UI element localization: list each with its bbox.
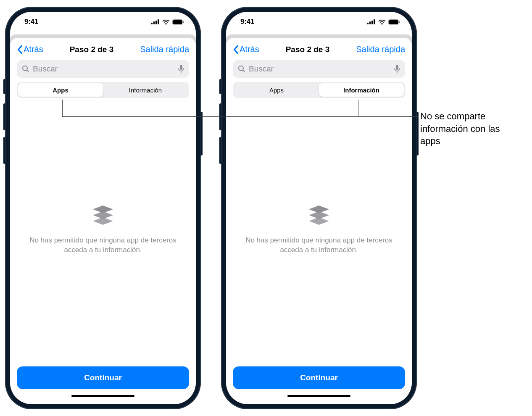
status-bar: 9:41 [10, 12, 196, 32]
continue-button[interactable]: Continuar [17, 366, 189, 389]
nav-title: Paso 2 de 3 [70, 45, 114, 54]
svg-rect-9 [180, 65, 182, 70]
footer: Continuar [226, 361, 412, 393]
svg-rect-0 [151, 23, 153, 24]
search-icon [22, 65, 29, 73]
chevron-left-icon [233, 45, 239, 54]
status-time: 9:41 [24, 18, 38, 26]
continue-button[interactable]: Continuar [233, 366, 405, 389]
back-label: Atrás [24, 45, 43, 54]
callout-line [62, 116, 419, 117]
side-button [416, 112, 419, 155]
cellular-icon [151, 19, 160, 24]
svg-rect-17 [399, 21, 400, 23]
nav-title: Paso 2 de 3 [286, 45, 330, 54]
cellular-icon [367, 19, 376, 24]
phone-frame: 9:41 Atrás Paso 2 de 3 Salida rápida [5, 7, 201, 409]
status-time: 9:41 [240, 18, 254, 26]
empty-state: No has permitido que ninguna app de terc… [226, 98, 412, 361]
back-button[interactable]: Atrás [233, 45, 259, 54]
svg-rect-5 [173, 20, 182, 24]
svg-rect-16 [389, 20, 398, 24]
tab-info[interactable]: Información [103, 83, 188, 97]
search-placeholder: Buscar [249, 64, 391, 74]
home-indicator-area [226, 393, 412, 404]
volume-down-button [3, 137, 5, 164]
svg-rect-11 [367, 23, 369, 24]
svg-rect-13 [371, 21, 373, 24]
sheet: Atrás Paso 2 de 3 Salida rápida Buscar A… [226, 38, 412, 404]
home-indicator-area [10, 393, 196, 404]
wifi-icon [162, 19, 170, 25]
search-field[interactable]: Buscar [17, 60, 189, 78]
svg-line-19 [243, 70, 245, 72]
empty-message: No has permitido que ninguna app de terc… [239, 236, 399, 255]
quick-exit-button[interactable]: Salida rápida [356, 45, 405, 54]
empty-state: No has permitido que ninguna app de terc… [10, 98, 196, 361]
svg-rect-14 [374, 19, 375, 24]
phone-frame: 9:41 Atrás Paso 2 de 3 Salida rápida [221, 7, 417, 409]
side-button [200, 112, 203, 155]
volume-mute-switch [3, 79, 5, 94]
navigation-bar: Atrás Paso 2 de 3 Salida rápida [226, 38, 412, 58]
search-placeholder: Buscar [33, 64, 175, 74]
back-label: Atrás [240, 45, 259, 54]
tab-apps[interactable]: Apps [18, 83, 103, 97]
volume-mute-switch [219, 79, 221, 94]
volume-down-button [219, 137, 221, 164]
callout-line [62, 100, 63, 116]
footer: Continuar [10, 361, 196, 393]
callout-text: No se comparte información con las apps [420, 110, 521, 147]
callout-line [358, 100, 358, 116]
sheet: Atrás Paso 2 de 3 Salida rápida Buscar A… [10, 38, 196, 404]
svg-rect-6 [183, 21, 184, 23]
chevron-left-icon [17, 45, 23, 54]
svg-rect-3 [158, 19, 159, 24]
battery-icon [172, 19, 184, 25]
tab-info[interactable]: Información [319, 83, 404, 97]
status-icons [367, 19, 400, 25]
quick-exit-button[interactable]: Salida rápida [140, 45, 189, 54]
search-icon [238, 65, 245, 73]
home-indicator[interactable] [71, 395, 134, 397]
volume-up-button [219, 103, 221, 130]
svg-line-8 [27, 70, 29, 72]
svg-rect-12 [369, 21, 371, 24]
stack-icon [307, 204, 331, 229]
tab-apps[interactable]: Apps [234, 83, 319, 97]
navigation-bar: Atrás Paso 2 de 3 Salida rápida [10, 38, 196, 58]
empty-message: No has permitido que ninguna app de terc… [23, 236, 183, 255]
search-field[interactable]: Buscar [233, 60, 405, 78]
mic-icon[interactable] [394, 65, 400, 73]
status-icons [151, 19, 184, 25]
wifi-icon [378, 19, 386, 25]
svg-rect-2 [155, 21, 157, 24]
stack-icon [91, 204, 115, 229]
home-indicator[interactable] [287, 395, 350, 397]
battery-icon [388, 19, 400, 25]
segmented-control: Apps Información [17, 82, 189, 98]
status-bar: 9:41 [226, 12, 412, 32]
segmented-control: Apps Información [233, 82, 405, 98]
back-button[interactable]: Atrás [17, 45, 43, 54]
svg-rect-1 [153, 21, 155, 24]
svg-rect-20 [396, 65, 398, 70]
mic-icon[interactable] [178, 65, 184, 73]
screen: 9:41 Atrás Paso 2 de 3 Salida rápida [10, 12, 196, 404]
volume-up-button [3, 103, 5, 130]
screen: 9:41 Atrás Paso 2 de 3 Salida rápida [226, 12, 412, 404]
